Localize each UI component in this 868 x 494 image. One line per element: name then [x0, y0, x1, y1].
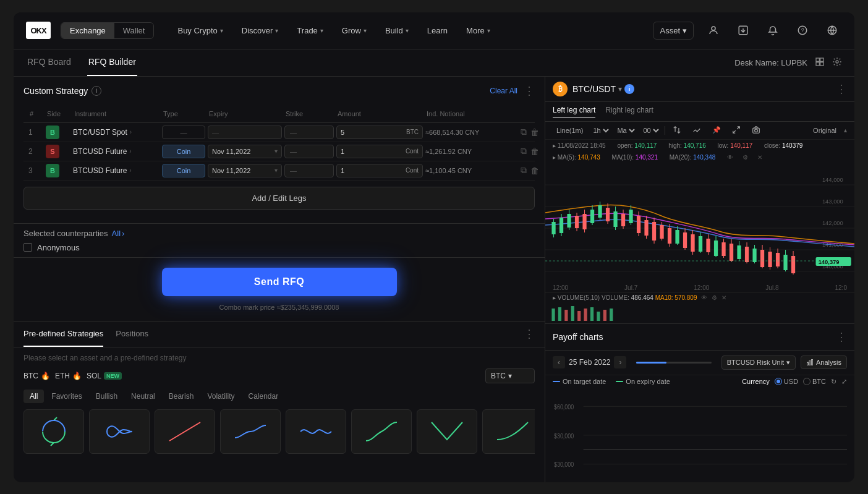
wallet-tab[interactable]: Wallet [114, 23, 154, 38]
rfq-builder-tab[interactable]: RFQ Builder [87, 49, 137, 76]
row-2-instrument[interactable]: BTCUSD Future › [73, 147, 160, 156]
row-3-expiry[interactable]: Nov 11,2022 ▾ [208, 164, 282, 177]
strategy-info-icon[interactable]: i [91, 86, 101, 96]
delete-icon[interactable]: 🗑 [530, 166, 539, 176]
strategy-card-4[interactable] [220, 409, 281, 454]
ma-close-icon[interactable]: ✕ [757, 154, 762, 161]
copy-icon[interactable]: ⧉ [521, 127, 527, 137]
learn-menu[interactable]: Learn [419, 21, 456, 40]
risk-unit-select[interactable]: BTCUSD Risk Unit ▾ [721, 356, 796, 370]
strategy-card-3[interactable] [155, 409, 215, 454]
user-icon-button[interactable] [704, 20, 723, 40]
interval-select[interactable]: 1h [590, 126, 611, 135]
sol-asset-chip[interactable]: SOL NEW [87, 372, 122, 380]
build-menu[interactable]: Build ▾ [377, 21, 417, 40]
cat-calendar[interactable]: Calendar [242, 390, 284, 403]
row-2-expiry[interactable]: Nov 11,2022 ▾ [208, 145, 282, 158]
ma-period-select[interactable]: 00 [640, 126, 661, 135]
discover-menu[interactable]: Discover ▾ [233, 21, 287, 40]
eth-asset-chip[interactable]: ETH 🔥 [55, 372, 82, 380]
delete-icon[interactable]: 🗑 [530, 147, 539, 156]
clear-all-button[interactable]: Clear All [490, 87, 517, 95]
logo[interactable]: OKX [26, 22, 51, 39]
copy-icon[interactable]: ⧉ [521, 165, 527, 176]
original-button[interactable]: Original [809, 126, 840, 135]
copy-icon[interactable]: ⧉ [521, 146, 527, 156]
line-type-button[interactable]: Line(1m) [553, 126, 587, 135]
vol-settings-icon[interactable]: ⚙ [712, 294, 717, 301]
date-slider[interactable] [636, 362, 711, 364]
chart-info-icon[interactable]: i [624, 84, 634, 94]
payoff-more-button[interactable]: ⋮ [836, 330, 847, 344]
strategy-card-8[interactable] [482, 409, 535, 454]
trade-menu[interactable]: Trade ▾ [288, 21, 331, 40]
positions-tab[interactable]: Positions [116, 321, 148, 347]
rfq-board-tab[interactable]: RFQ Board [26, 49, 72, 76]
analysis-button[interactable]: Analysis [801, 356, 847, 369]
settings-icon-button[interactable] [832, 57, 842, 69]
strategy-card-6[interactable] [351, 409, 412, 454]
cat-favorites[interactable]: Favorites [45, 390, 88, 403]
send-rfq-button[interactable]: Send RFQ [162, 268, 397, 296]
ma-eye-icon[interactable]: 👁 [727, 154, 733, 161]
add-edit-legs-button[interactable]: Add / Edit Legs [23, 187, 535, 210]
vol-close-icon[interactable]: ✕ [721, 294, 726, 301]
cat-all[interactable]: All [23, 390, 44, 403]
anonymous-checkbox[interactable] [23, 243, 32, 252]
btc-asset-chip[interactable]: BTC 🔥 [23, 372, 50, 380]
cat-bullish[interactable]: Bullish [90, 390, 124, 403]
row-1-type[interactable]: — [162, 126, 205, 139]
strategy-more-button[interactable]: ⋮ [524, 84, 535, 98]
help-icon-button[interactable]: ? [793, 20, 812, 40]
download-icon-button[interactable] [733, 20, 753, 40]
date-prev-button[interactable]: ‹ [553, 356, 565, 368]
row-2-amount[interactable]: 1 Cont [336, 145, 423, 158]
row-1-strike[interactable]: — [284, 126, 334, 139]
row-1-amount[interactable]: 5 BTC [336, 126, 423, 139]
row-3-strike[interactable]: — [284, 164, 334, 177]
all-counterparties-link[interactable]: All › [112, 229, 125, 238]
chart-more-button[interactable]: ⋮ [836, 82, 847, 96]
pair-chevron-icon[interactable]: ▾ [618, 85, 622, 93]
globe-icon-button[interactable] [822, 20, 842, 40]
row-1-instrument[interactable]: BTC/USDT Spot › [73, 128, 160, 137]
ma-select[interactable]: Ma [615, 126, 637, 135]
left-leg-tab[interactable]: Left leg chart [553, 106, 595, 117]
row-3-amount[interactable]: 1 Cont [336, 164, 423, 177]
refresh-icon-button[interactable]: ↻ [831, 378, 836, 386]
row-3-instrument[interactable]: BTCUSD Future › [73, 166, 160, 175]
strategy-card-1[interactable] [23, 409, 84, 454]
expand-icon-button[interactable]: ⤢ [841, 378, 847, 386]
delete-icon[interactable]: 🗑 [530, 127, 539, 137]
exchange-tab[interactable]: Exchange [61, 23, 114, 38]
vol-eye-icon[interactable]: 👁 [701, 294, 707, 301]
more-menu[interactable]: More ▾ [457, 21, 499, 40]
cat-bearish[interactable]: Bearish [163, 390, 200, 403]
cat-volatility[interactable]: Volatility [201, 390, 240, 403]
fullscreen-button[interactable] [728, 124, 744, 137]
buy-crypto-menu[interactable]: Buy Crypto ▾ [169, 21, 231, 40]
asset-button[interactable]: Asset ▾ [653, 22, 694, 40]
draw-button[interactable] [689, 124, 705, 137]
right-leg-tab[interactable]: Right leg chart [605, 106, 653, 117]
btc-radio[interactable]: BTC [803, 378, 826, 385]
row-2-type[interactable]: Coin [162, 145, 205, 158]
row-1-expiry[interactable]: — [208, 126, 282, 139]
usd-radio[interactable]: USD [775, 378, 798, 385]
bell-icon-button[interactable] [763, 20, 783, 40]
predefined-strategies-tab[interactable]: Pre-defined Strategies [23, 321, 103, 347]
predefined-more-button[interactable]: ⋮ [524, 327, 535, 341]
strategy-card-5[interactable] [286, 409, 346, 454]
asset-dropdown[interactable]: BTC ▾ [485, 368, 535, 383]
ma-settings-icon[interactable]: ⚙ [742, 154, 748, 161]
cat-neutral[interactable]: Neutral [125, 390, 161, 403]
compare-button[interactable] [669, 124, 685, 137]
date-next-button[interactable]: › [614, 356, 626, 368]
layout-icon-button[interactable] [815, 57, 825, 69]
strategy-card-2[interactable] [89, 409, 150, 454]
strategy-card-7[interactable] [417, 409, 477, 454]
row-2-strike[interactable]: — [284, 145, 334, 158]
pin-button[interactable]: 📌 [708, 125, 725, 135]
grow-menu[interactable]: Grow ▾ [333, 21, 375, 40]
row-3-type[interactable]: Coin [162, 164, 205, 177]
